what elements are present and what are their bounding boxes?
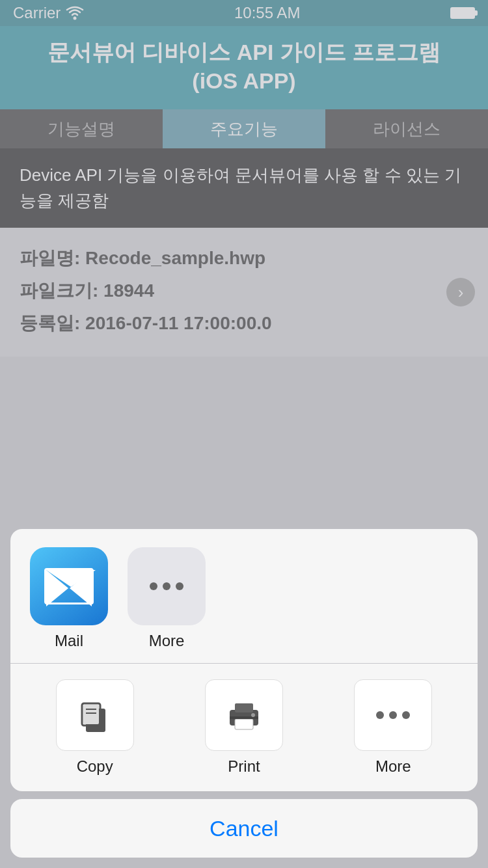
share-main-panel: Mail More (10, 529, 478, 791)
action-print-item[interactable]: Print (205, 679, 283, 776)
dots-icon (150, 582, 183, 590)
more-actions-icon-box (354, 679, 432, 751)
share-sheet: Mail More (0, 529, 488, 868)
print-icon-box (205, 679, 283, 751)
more-dots-icon (376, 711, 410, 719)
more-dot-2 (389, 711, 397, 719)
svg-rect-8 (235, 719, 253, 729)
mail-app-label: Mail (55, 632, 83, 650)
mail-app-icon (30, 547, 108, 625)
share-sheet-overlay: Mail More (0, 0, 488, 868)
cancel-button[interactable]: Cancel (10, 799, 478, 858)
print-action-label: Print (228, 757, 260, 776)
action-more-item[interactable]: More (354, 679, 432, 776)
copy-icon (74, 694, 116, 736)
more-apps-label: More (149, 632, 185, 650)
cancel-label: Cancel (210, 816, 278, 841)
more-apps-icon (128, 547, 206, 625)
share-app-row: Mail More (10, 529, 478, 664)
svg-rect-3 (83, 705, 99, 724)
share-more-apps-item[interactable]: More (128, 547, 206, 650)
share-actions-row: Copy (10, 664, 478, 791)
dot-1 (150, 582, 157, 590)
share-mail-item[interactable]: Mail (30, 547, 108, 650)
more-action-label: More (375, 757, 411, 776)
more-dot-1 (376, 711, 384, 719)
action-copy-item[interactable]: Copy (56, 679, 134, 776)
svg-point-10 (251, 713, 255, 717)
dot-2 (163, 582, 170, 590)
more-dot-3 (402, 711, 410, 719)
mail-envelope-icon (44, 568, 94, 604)
copy-action-label: Copy (77, 757, 113, 776)
copy-icon-box (56, 679, 134, 751)
print-icon (223, 694, 265, 736)
svg-rect-7 (235, 703, 253, 712)
dot-3 (176, 582, 183, 590)
